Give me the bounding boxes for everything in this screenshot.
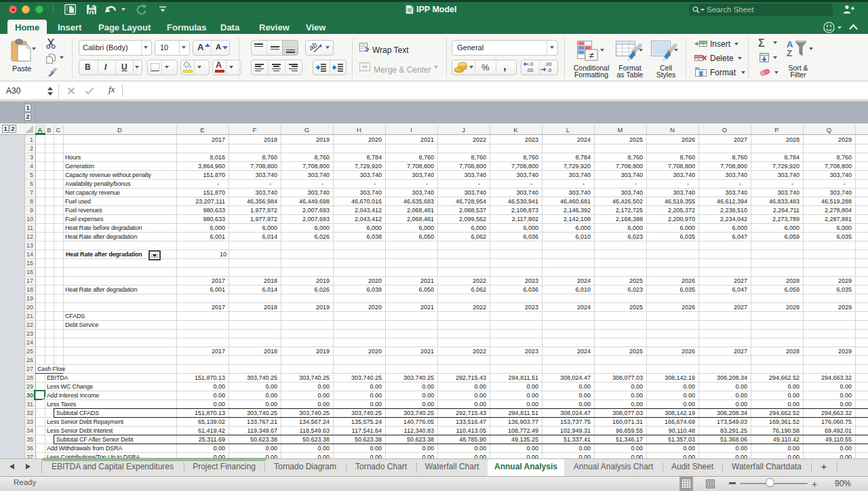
svg-text:≠: ≠ [589, 50, 593, 60]
